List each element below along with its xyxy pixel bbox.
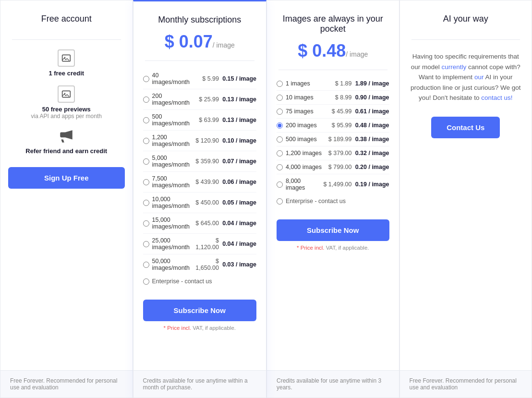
pocket-row-label: 1 images [286, 80, 323, 87]
monthly-row-per-image: 0.07 / image [222, 158, 256, 165]
pocket-row-price: $ 45.99 [326, 108, 352, 115]
monthly-subscribe-button[interactable]: Subscribe Now [143, 300, 257, 321]
pocket-row: 4,000 images $ 799.00 0.20 / image [277, 160, 389, 174]
monthly-row-label: 7,500 images/month [152, 175, 190, 189]
monthly-per-image: / image [213, 41, 235, 49]
free-account-card: Free account 1 free credit [0, 0, 133, 398]
monthly-row: 15,000 images/month $ 645.00 0.04 / imag… [143, 213, 257, 234]
monthly-enterprise-row: Enterprise - contact us [143, 275, 257, 288]
monthly-row-price: $ 450.00 [193, 199, 219, 206]
pocket-row-label: 200 images [286, 122, 323, 129]
monthly-row-per-image: 0.03 / image [222, 261, 256, 268]
ai-plan-title: AI your way [411, 14, 520, 24]
pocket-radio-0[interactable] [277, 81, 283, 87]
pocket-row: 200 images $ 95.99 0.48 / image [277, 119, 389, 133]
ai-footer: Free Forever. Recommended for personal u… [400, 370, 532, 398]
monthly-row: 500 images/month $ 63.99 0.13 / image [143, 110, 257, 131]
pocket-row: 1,200 images $ 379.00 0.32 / image [277, 146, 389, 160]
free-card-header: Free account [0, 0, 133, 39]
monthly-row: 7,500 images/month $ 439.90 0.06 / image [143, 172, 257, 193]
pocket-row: 8,000 images $ 1,499.00 0.19 / image [277, 174, 389, 194]
monthly-row-label: 500 images/month [152, 113, 190, 127]
pocket-card: Images are always in your pocket $ 0.48/… [266, 0, 399, 398]
monthly-row-per-image: 0.04 / image [222, 241, 256, 247]
pocket-row: 500 images $ 189.99 0.38 / image [277, 133, 389, 146]
monthly-row-label: 200 images/month [152, 93, 190, 106]
pocket-radio-3[interactable] [277, 122, 283, 129]
pocket-radio-2[interactable] [277, 109, 283, 115]
pocket-subscribe-button[interactable]: Subscribe Now [277, 219, 389, 241]
monthly-subscribe-wrap: Subscribe Now * Price incl. VAT, if appl… [143, 288, 257, 333]
monthly-radio-6[interactable] [143, 200, 149, 206]
pocket-price: $ 0.48/ image [278, 41, 387, 61]
monthly-row: 50,000 images/month $ 1,650.00 0.03 / im… [143, 254, 257, 275]
monthly-radio-7[interactable] [143, 220, 149, 227]
image-icon-box [58, 49, 75, 67]
free-previews-sub: via API and apps per month [31, 113, 102, 120]
pocket-enterprise-label: Enterprise - contact us [286, 198, 346, 205]
monthly-radio-9[interactable] [143, 262, 149, 268]
free-plan-body: 1 free credit 50 free previews via API a… [0, 40, 133, 370]
monthly-row-price: $ 645.00 [193, 220, 219, 227]
pocket-row-label: 1,200 images [286, 150, 323, 157]
monthly-row-per-image: 0.10 / image [222, 137, 256, 144]
ai-description: Having too specific requirements that ou… [410, 51, 522, 103]
monthly-radio-2[interactable] [143, 117, 149, 123]
monthly-row-price: $ 5.99 [193, 75, 219, 82]
monthly-price-value: $ 0.07 [165, 32, 213, 51]
pocket-row-per-image: 1.89 / image [355, 80, 389, 87]
pricing-container: Free account 1 free credit [0, 0, 532, 398]
monthly-row-price: $ 1,120.00 [193, 237, 219, 251]
pocket-row-price: $ 1,499.00 [323, 181, 351, 188]
monthly-row-label: 40 images/month [152, 72, 190, 85]
ai-plan-body: Having too specific requirements that ou… [400, 40, 532, 370]
pocket-vat-text: VAT, if applicable. [325, 245, 369, 251]
pocket-per-image: / image [346, 50, 368, 58]
pocket-radio-1[interactable] [277, 95, 283, 101]
pocket-radio-5[interactable] [277, 150, 283, 157]
monthly-row: 25,000 images/month $ 1,120.00 0.04 / im… [143, 234, 257, 254]
pocket-row-per-image: 0.32 / image [355, 150, 389, 157]
pocket-row: 1 images $ 1.89 1.89 / image [277, 77, 389, 91]
free-previews-label: 50 free previews [42, 106, 91, 113]
monthly-row: 1,200 images/month $ 120.90 0.10 / image [143, 131, 257, 151]
pocket-row-price: $ 799.00 [326, 164, 352, 170]
pocket-row-price: $ 1.89 [326, 80, 352, 87]
image-icon [61, 53, 71, 63]
free-plan-title: Free account [12, 14, 121, 24]
ai-card: AI your way Having too specific requirem… [399, 0, 532, 398]
monthly-row-label: 50,000 images/month [152, 258, 190, 271]
monthly-radio-8[interactable] [143, 241, 149, 247]
monthly-radio-0[interactable] [143, 76, 149, 82]
monthly-row-label: 5,000 images/month [152, 155, 190, 168]
pocket-row-price: $ 189.99 [326, 136, 352, 143]
pocket-row-label: 8,000 images [286, 178, 320, 191]
monthly-radio-5[interactable] [143, 179, 149, 185]
monthly-row-price: $ 63.99 [193, 117, 219, 123]
monthly-enterprise-radio[interactable] [143, 278, 149, 285]
monthly-enterprise-label: Enterprise - contact us [152, 278, 212, 285]
monthly-row-price: $ 1,650.00 [193, 258, 219, 271]
contact-us-button[interactable]: Contact Us [431, 117, 500, 138]
free-credit-label: 1 free credit [48, 70, 84, 77]
monthly-row: 200 images/month $ 25.99 0.13 / image [143, 89, 257, 110]
pocket-enterprise-radio[interactable] [277, 198, 283, 205]
sign-up-free-button[interactable]: Sign Up Free [8, 167, 125, 189]
monthly-row-label: 15,000 images/month [152, 217, 190, 230]
monthly-row-per-image: 0.13 / image [222, 96, 256, 103]
refer-friend-block: Refer friend and earn credit [25, 128, 107, 155]
monthly-radio-3[interactable] [143, 138, 149, 144]
pocket-radio-6[interactable] [277, 164, 283, 170]
preview-icon [61, 89, 71, 99]
pocket-row-price: $ 379.00 [326, 150, 352, 157]
pocket-radio-7[interactable] [277, 181, 283, 188]
monthly-radio-4[interactable] [143, 158, 149, 165]
monthly-price: $ 0.07/ image [145, 32, 255, 52]
monthly-footer: Credits available for use anytime within… [133, 370, 266, 398]
monthly-row-price: $ 25.99 [193, 96, 219, 103]
monthly-row-label: 25,000 images/month [152, 237, 190, 251]
pocket-radio-4[interactable] [277, 136, 283, 143]
monthly-row-per-image: 0.13 / image [222, 117, 256, 123]
monthly-row: 10,000 images/month $ 450.00 0.05 / imag… [143, 193, 257, 213]
monthly-radio-1[interactable] [143, 96, 149, 103]
